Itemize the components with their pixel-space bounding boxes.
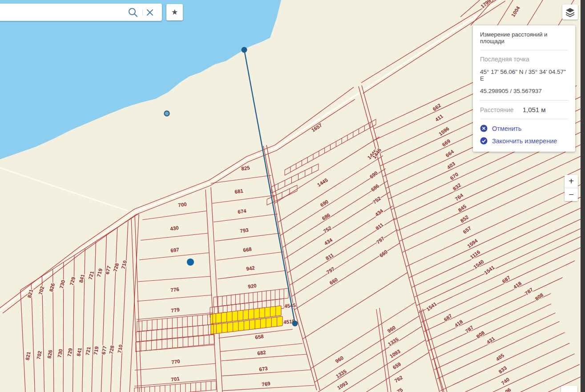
cancel-measure-link[interactable]: Отменить [480, 125, 568, 132]
cancel-circle-icon [480, 125, 488, 132]
distance-label: Расстояние [480, 106, 514, 113]
measurement-panel: Измерение расстояний и площади Последняя… [473, 25, 575, 152]
last-point-label: Последняя точка [480, 56, 568, 63]
measure-end-point[interactable] [292, 321, 298, 327]
favorites-button[interactable]: ★ [166, 4, 183, 20]
measure-start-point[interactable] [242, 47, 247, 53]
divider [480, 119, 568, 119]
poi-dot[interactable] [187, 259, 194, 266]
close-icon[interactable] [144, 7, 156, 18]
star-icon: ★ [171, 8, 178, 17]
search-icon[interactable] [127, 7, 139, 18]
zoom-control: + − [565, 175, 578, 201]
distance-value-text: 1,051 м [523, 106, 546, 113]
distance-row: Расстояние 1,051 м [480, 106, 568, 113]
zoom-out-button[interactable]: − [565, 188, 578, 201]
search-input[interactable] [4, 4, 123, 22]
partial-control[interactable] [561, 386, 577, 392]
finish-measure-link[interactable]: Закончить измерение [480, 137, 568, 145]
divider [480, 50, 568, 50]
search-divider [142, 9, 143, 16]
coordinates-decimal: 45.298905 / 35.567937 [480, 88, 568, 94]
check-circle-icon [480, 137, 488, 145]
dotted-divider [480, 100, 568, 101]
window-edge-strip [581, 0, 585, 392]
measure-vertex-marker[interactable] [165, 111, 169, 116]
layers-button[interactable] [562, 4, 578, 20]
zoom-in-button[interactable]: + [565, 175, 578, 188]
cancel-label: Отменить [492, 125, 521, 132]
map-stage: 8217028267307298417217196777287108217028… [0, 0, 585, 392]
coordinates-dms: 45° 17' 56.06" N / 35° 34' 04.57" E [480, 69, 568, 82]
layers-icon [565, 7, 575, 17]
search-bar [0, 4, 162, 21]
panel-title: Измерение расстояний и площади [480, 31, 568, 44]
finish-label: Закончить измерение [492, 137, 557, 145]
